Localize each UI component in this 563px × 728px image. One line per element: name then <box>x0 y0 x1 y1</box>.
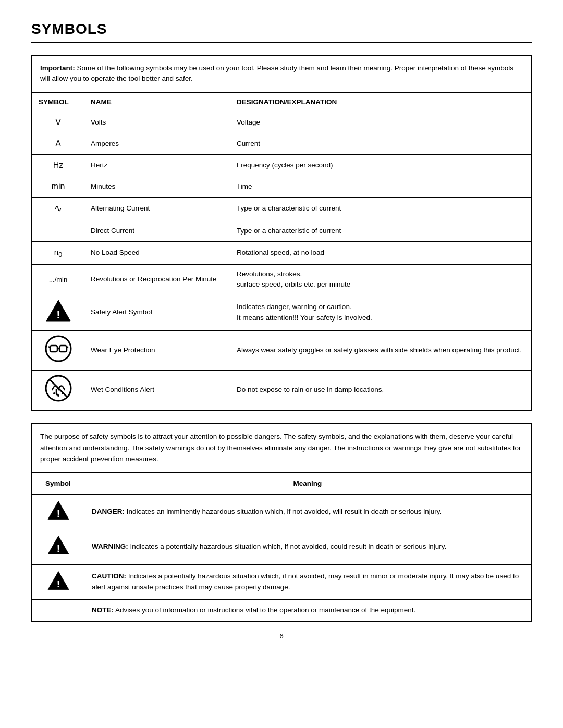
meaning-text-cell: CAUTION: Indicates a potentially hazardo… <box>84 564 531 599</box>
designation-cell: Current <box>230 133 531 154</box>
symbol-cell: .../min <box>32 264 84 294</box>
intro-paragraph: Important: Some of the following symbols… <box>32 56 531 92</box>
svg-text:!: ! <box>56 543 59 554</box>
table-row: A Amperes Current <box>32 133 531 154</box>
svg-line-7 <box>48 347 50 348</box>
svg-line-8 <box>67 347 68 348</box>
symbol-cell: ═══ <box>32 220 84 241</box>
name-cell: Safety Alert Symbol <box>84 294 230 331</box>
designation-cell: Do not expose to rain or use in damp loc… <box>230 371 531 410</box>
symbols-table: SYMBOL NAME DESIGNATION/EXPLANATION V Vo… <box>32 92 531 411</box>
meaning-symbol-cell: ! <box>32 529 84 564</box>
svg-point-12 <box>53 392 55 394</box>
intro-text: Some of the following symbols may be use… <box>40 64 513 82</box>
revmin-icon: .../min <box>49 276 67 283</box>
meaning-description: Advises you of information or instructio… <box>115 606 415 614</box>
table-row: ∿ Alternating Current Type or a characte… <box>32 197 531 220</box>
table-row: n0 No Load Speed Rotational speed, at no… <box>32 241 531 264</box>
symbol-cell: min <box>32 176 84 197</box>
symbol-cell: ! <box>32 294 84 331</box>
table-row: ! Safety Alert Symbol Indicates danger, … <box>32 294 531 331</box>
svg-point-13 <box>57 394 59 397</box>
dc-icon: ═══ <box>51 228 66 235</box>
symbol-cell <box>32 331 84 371</box>
name-cell: No Load Speed <box>84 241 230 264</box>
symbol-cell: A <box>32 133 84 154</box>
n0-icon: n0 <box>54 248 62 256</box>
svg-rect-5 <box>59 346 67 352</box>
meaning-header-row: Symbol Meaning <box>32 473 531 494</box>
meaning-label: CAUTION: <box>92 572 126 580</box>
table-row: ═══ Direct Current Type or a characteris… <box>32 220 531 241</box>
meaning-table: Symbol Meaning ! DANGER: Indicates an im… <box>32 473 531 621</box>
name-cell: Wet Conditions Alert <box>84 371 230 410</box>
col-header-designation: DESIGNATION/EXPLANATION <box>230 92 531 112</box>
name-cell: Amperes <box>84 133 230 154</box>
name-cell: Alternating Current <box>84 197 230 220</box>
meaning-label: NOTE: <box>92 606 114 614</box>
svg-text:!: ! <box>56 308 60 321</box>
meaning-description: Indicates a potentially hazardous situat… <box>92 572 519 590</box>
designation-cell: Revolutions, strokes, surface speed, orb… <box>230 264 531 294</box>
meaning-row: ! DANGER: Indicates an imminently hazard… <box>32 495 531 529</box>
symbol-cell: ∿ <box>32 197 84 220</box>
danger-warning-icon: ! <box>47 500 70 521</box>
col-header-symbol: SYMBOL <box>32 92 84 112</box>
eye-protection-icon <box>45 335 72 362</box>
safety-symbols-section: The purpose of safety symbols is to attr… <box>31 423 532 622</box>
meaning-row: ! WARNING: Indicates a potentially hazar… <box>32 529 531 564</box>
symbol-cell <box>32 371 84 410</box>
caution-warning-icon: ! <box>47 570 70 591</box>
designation-cell: Time <box>230 176 531 197</box>
symbol-cell: n0 <box>32 241 84 264</box>
meaning-col-symbol: Symbol <box>32 473 84 494</box>
svg-rect-4 <box>50 346 57 352</box>
meaning-row: ! CAUTION: Indicates a potentially hazar… <box>32 564 531 599</box>
meaning-text-cell: WARNING: Indicates a potentially hazardo… <box>84 529 531 564</box>
name-cell: Minutes <box>84 176 230 197</box>
col-header-name: NAME <box>84 92 230 112</box>
designation-cell: Rotational speed, at no load <box>230 241 531 264</box>
name-cell: Volts <box>84 112 230 133</box>
designation-cell: Always wear safety goggles or safety gla… <box>230 331 531 371</box>
table-row: .../min Revolutions or Reciprocation Per… <box>32 264 531 294</box>
page-title: SYMBOLS <box>31 21 532 43</box>
designation-cell: Type or a characteristic of current <box>230 220 531 241</box>
meaning-symbol-cell <box>32 599 84 621</box>
ac-icon: ∿ <box>54 203 62 214</box>
svg-text:!: ! <box>56 578 59 589</box>
table-row: Wet Conditions Alert Do not expose to ra… <box>32 371 531 410</box>
warning-triangle-icon: ! <box>45 299 71 323</box>
intro-bold: Important: <box>40 64 75 72</box>
second-paragraph: The purpose of safety symbols is to attr… <box>32 424 531 473</box>
table-row: Wear Eye Protection Always wear safety g… <box>32 331 531 371</box>
meaning-label: WARNING: <box>92 542 128 550</box>
designation-cell: Frequency (cycles per second) <box>230 154 531 176</box>
symbols-section: Important: Some of the following symbols… <box>31 55 532 411</box>
meaning-description: Indicates an imminently hazardous situat… <box>127 508 442 515</box>
svg-text:!: ! <box>56 508 59 519</box>
table-header-row: SYMBOL NAME DESIGNATION/EXPLANATION <box>32 92 531 112</box>
name-cell: Direct Current <box>84 220 230 241</box>
meaning-symbol-cell: ! <box>32 495 84 529</box>
wet-conditions-icon <box>45 375 72 402</box>
name-cell: Hertz <box>84 154 230 176</box>
meaning-row: NOTE: Advises you of information or inst… <box>32 599 531 621</box>
meaning-symbol-cell: ! <box>32 564 84 599</box>
table-row: V Volts Voltage <box>32 112 531 133</box>
meaning-col-meaning: Meaning <box>84 473 531 494</box>
meaning-label: DANGER: <box>92 508 125 515</box>
meaning-description: Indicates a potentially hazardous situat… <box>130 542 447 550</box>
name-cell: Revolutions or Reciprocation Per Minute <box>84 264 230 294</box>
warning-warning-icon: ! <box>47 535 70 556</box>
designation-cell: Indicates danger, warning or caution. It… <box>230 294 531 331</box>
symbol-cell: Hz <box>32 154 84 176</box>
symbol-cell: V <box>32 112 84 133</box>
page-number: 6 <box>31 632 532 640</box>
table-row: min Minutes Time <box>32 176 531 197</box>
name-cell: Wear Eye Protection <box>84 331 230 371</box>
meaning-text-cell: NOTE: Advises you of information or inst… <box>84 599 531 621</box>
designation-cell: Type or a characteristic of current <box>230 197 531 220</box>
table-row: Hz Hertz Frequency (cycles per second) <box>32 154 531 176</box>
designation-cell: Voltage <box>230 112 531 133</box>
